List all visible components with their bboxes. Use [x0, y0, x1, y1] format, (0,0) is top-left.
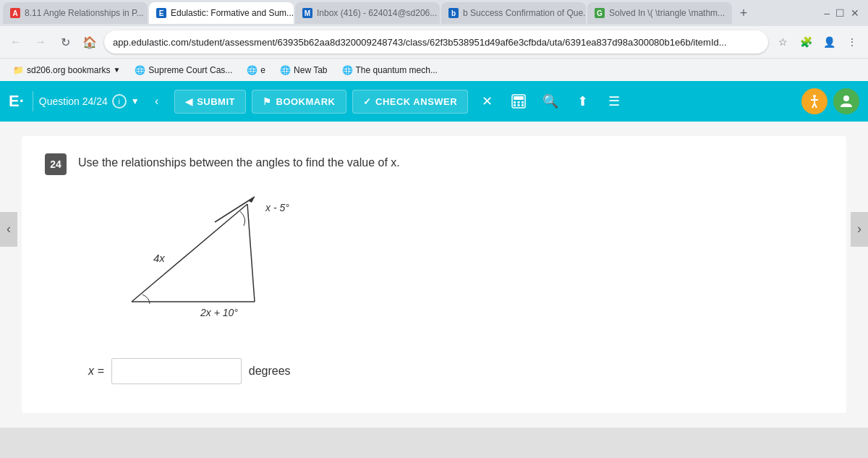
- submit-label: SUBMIT: [197, 96, 235, 107]
- browser-window: A 8.11 Angle Relationships in P... ✕ E E…: [0, 0, 868, 428]
- tab-3[interactable]: M Inbox (416) - 624014@sd206... ✕: [295, 2, 440, 24]
- angle-diagram: 4x x - 5° 2x + 10°: [88, 190, 320, 334]
- svg-point-8: [813, 95, 816, 98]
- svg-rect-3: [518, 101, 520, 103]
- address-icons: ☆ 🧩 👤 ⋮: [773, 32, 862, 52]
- angle-2x-plus-10-label: 2x + 10°: [200, 307, 238, 318]
- question-number-badge: 24: [45, 153, 67, 175]
- diagram-area: 4x x - 5° 2x + 10°: [88, 190, 823, 336]
- app-logo: E·: [9, 92, 24, 111]
- menu-icon[interactable]: ⋮: [842, 32, 862, 52]
- svg-rect-7: [522, 104, 524, 106]
- svg-rect-1: [514, 96, 524, 100]
- question-card: 24 Use the relationships between the ang…: [22, 136, 846, 413]
- degrees-label: degrees: [249, 365, 291, 378]
- tab-bar: A 8.11 Angle Relationships in P... ✕ E E…: [0, 0, 868, 26]
- bookmark-supreme-label: Supreme Court Cas...: [148, 65, 232, 75]
- bookmark-btn-label: BOOKMARK: [276, 96, 336, 107]
- answer-area: x = degrees: [88, 358, 823, 384]
- dropdown-arrow[interactable]: ▼: [131, 96, 140, 106]
- app-toolbar: E· Question 24/24 i ▼ ‹ ◀ SUBMIT ⚑ BOOKM…: [0, 81, 868, 122]
- tab-5-favicon: G: [595, 8, 605, 18]
- bookmark-newtab-icon: 🌐: [280, 65, 291, 75]
- svg-rect-6: [518, 104, 520, 106]
- calculator-icon-btn[interactable]: [506, 88, 532, 114]
- home-button[interactable]: 🏠: [80, 32, 100, 52]
- close-icon-btn[interactable]: ✕: [474, 88, 500, 114]
- toolbar-divider-1: [33, 91, 33, 111]
- tab-1-favicon: A: [10, 8, 20, 18]
- x-equals-label: x =: [88, 365, 104, 378]
- bookmark-sd206-icon: 📁: [13, 65, 24, 75]
- bookmark-supreme[interactable]: 🌐 Supreme Court Cas...: [130, 64, 237, 77]
- tab-5-label: Solved In \( \triangle \mathm...: [609, 8, 725, 18]
- svg-rect-2: [514, 101, 516, 103]
- menu-lines-icon-btn[interactable]: ☰: [601, 88, 627, 114]
- check-answer-button[interactable]: ✓ CHECK ANSWER: [352, 90, 469, 114]
- prev-question-button[interactable]: ‹: [145, 90, 169, 113]
- bookmark-e-label: e: [260, 65, 265, 75]
- bookmark-quantum-label: The quantum mech...: [356, 65, 438, 75]
- bookmark-newtab-label: New Tab: [294, 65, 327, 75]
- new-tab-button[interactable]: +: [733, 3, 754, 23]
- bookmarks-bar: 📁 sd206.org bookmarks ▼ 🌐 Supreme Court …: [0, 58, 868, 81]
- check-answer-label: CHECK ANSWER: [375, 96, 457, 107]
- tab-4[interactable]: b b Success Confirmation of Que... ✕: [441, 2, 586, 24]
- tab-2-label: Edulastic: Formative and Sum...: [171, 8, 294, 18]
- bookmark-sd206-label: sd206.org bookmarks: [27, 65, 110, 75]
- forward-button[interactable]: →: [30, 32, 51, 52]
- tab-5-close[interactable]: ✕: [729, 7, 732, 19]
- angle-x-minus-5-label: x - 5°: [265, 202, 289, 213]
- question-info: Question 24/24 i ▼: [39, 94, 140, 109]
- refresh-button[interactable]: ↻: [55, 32, 75, 52]
- bookmark-button[interactable]: ⚑ BOOKMARK: [252, 90, 346, 114]
- bookmark-e[interactable]: 🌐 e: [242, 64, 270, 77]
- angle-4x-label: 4x: [153, 252, 165, 264]
- maximize-button[interactable]: ☐: [835, 7, 845, 19]
- next-nav-arrow[interactable]: ›: [851, 212, 868, 247]
- question-counter: Question 24/24: [39, 96, 108, 107]
- svg-rect-5: [514, 104, 516, 106]
- extensions-icon[interactable]: 🧩: [796, 32, 816, 52]
- svg-point-13: [843, 96, 849, 101]
- tab-1-label: 8.11 Angle Relationships in P...: [25, 8, 144, 18]
- minimize-button[interactable]: –: [824, 7, 830, 19]
- info-button[interactable]: i: [112, 94, 127, 109]
- tab-3-favicon: M: [302, 8, 312, 18]
- tab-2-favicon: E: [156, 8, 166, 18]
- question-header: 24 Use the relationships between the ang…: [45, 153, 823, 175]
- accessibility-button[interactable]: [801, 88, 827, 114]
- answer-input[interactable]: [111, 358, 242, 384]
- address-bar-row: ← → ↻ 🏠 ☆ 🧩 👤 ⋮: [0, 26, 868, 58]
- svg-line-18: [247, 204, 255, 302]
- bookmark-e-icon: 🌐: [247, 65, 258, 75]
- bookmark-star-icon[interactable]: ☆: [773, 32, 793, 52]
- upload-icon-btn[interactable]: ⬆: [569, 88, 595, 114]
- tab-3-label: Inbox (416) - 624014@sd206...: [317, 8, 437, 18]
- bookmark-sd206[interactable]: 📁 sd206.org bookmarks ▼: [9, 64, 124, 77]
- address-input[interactable]: [104, 30, 768, 54]
- bookmark-quantum-icon: 🌐: [342, 65, 353, 75]
- profile-icon[interactable]: 👤: [819, 32, 839, 52]
- close-window-button[interactable]: ✕: [851, 7, 859, 19]
- tab-4-favicon: b: [448, 8, 459, 18]
- tab-5[interactable]: G Solved In \( \triangle \mathm... ✕: [587, 2, 732, 24]
- search-icon-btn[interactable]: 🔍: [537, 88, 563, 114]
- svg-line-12: [814, 103, 817, 108]
- submit-button[interactable]: ◀ SUBMIT: [174, 90, 246, 114]
- svg-rect-4: [522, 101, 524, 103]
- main-content: 24 Use the relationships between the ang…: [0, 122, 868, 428]
- tab-1[interactable]: A 8.11 Angle Relationships in P... ✕: [3, 2, 148, 24]
- submit-icon: ◀: [185, 96, 193, 107]
- back-button[interactable]: ←: [6, 32, 26, 52]
- tab-2[interactable]: E Edulastic: Formative and Sum... ✕: [149, 2, 294, 24]
- bookmark-newtab[interactable]: 🌐 New Tab: [276, 64, 331, 77]
- bookmark-quantum[interactable]: 🌐 The quantum mech...: [338, 64, 442, 77]
- bookmark-flag-icon: ⚑: [263, 96, 272, 107]
- tab-controls: – ☐ ✕: [818, 7, 865, 19]
- question-text: Use the relationships between the angles…: [78, 156, 400, 169]
- user-button[interactable]: [833, 88, 859, 114]
- prev-nav-arrow[interactable]: ‹: [0, 212, 17, 247]
- tab-4-label: b Success Confirmation of Que...: [463, 8, 586, 18]
- svg-line-14: [132, 204, 247, 302]
